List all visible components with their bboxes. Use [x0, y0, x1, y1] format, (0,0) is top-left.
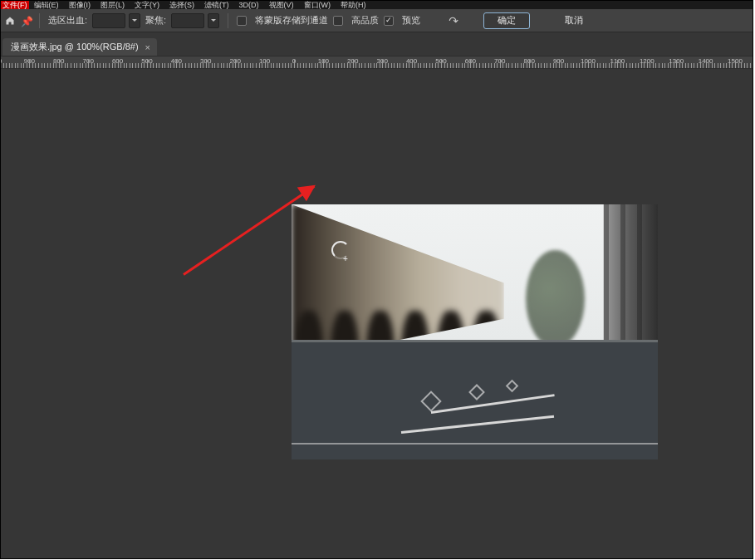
- menu-3d[interactable]: 3D(D): [234, 1, 264, 9]
- bleed-dropdown[interactable]: [129, 13, 140, 28]
- image-canvas[interactable]: +: [292, 204, 658, 459]
- menu-select[interactable]: 选择(S): [164, 1, 199, 9]
- horizontal-ruler: 0900800700600500400300200100010020030040…: [1, 56, 753, 69]
- photo-content: +: [292, 204, 658, 459]
- home-icon[interactable]: [4, 16, 16, 26]
- tab-close-icon[interactable]: ×: [145, 42, 150, 52]
- ok-button[interactable]: 确定: [483, 12, 530, 29]
- document-tab-bar: 漫画效果.jpg @ 100%(RGB/8#) ×: [1, 32, 753, 56]
- menu-filter[interactable]: 滤镜(T): [199, 1, 234, 9]
- preview-checkbox[interactable]: [384, 16, 394, 26]
- high-quality-checkbox[interactable]: [333, 16, 343, 26]
- canvas-area[interactable]: +: [1, 69, 753, 558]
- divider: [39, 13, 40, 28]
- cursor-crosshair-icon: +: [343, 254, 348, 263]
- bleed-label: 选区出血:: [48, 14, 87, 27]
- photoshop-window: 文件(F) 编辑(E) 图像(I) 图层(L) 文字(Y) 选择(S) 滤镜(T…: [0, 0, 753, 559]
- menu-view[interactable]: 视图(V): [264, 1, 299, 9]
- menu-type[interactable]: 文字(Y): [130, 1, 164, 9]
- focus-input[interactable]: [171, 13, 204, 28]
- tab-title: 漫画效果.jpg @ 100%(RGB/8#): [11, 41, 139, 53]
- menu-edit[interactable]: 编辑(E): [29, 1, 64, 9]
- document-tab[interactable]: 漫画效果.jpg @ 100%(RGB/8#) ×: [2, 38, 157, 56]
- focus-label: 聚焦:: [145, 14, 166, 27]
- preview-label: 预览: [402, 14, 420, 27]
- menu-bar: 文件(F) 编辑(E) 图像(I) 图层(L) 文字(Y) 选择(S) 滤镜(T…: [1, 1, 753, 9]
- cancel-button[interactable]: 取消: [552, 12, 596, 29]
- save-alpha-checkbox[interactable]: [237, 16, 247, 26]
- undo-icon[interactable]: ↶: [445, 14, 458, 27]
- high-quality-label: 高品质: [351, 14, 379, 27]
- divider: [228, 13, 228, 28]
- menu-image[interactable]: 图像(I): [64, 1, 96, 9]
- save-alpha-label: 将蒙版存储到通道: [255, 14, 328, 27]
- focus-dropdown[interactable]: [208, 13, 219, 28]
- pin-icon[interactable]: 📌: [21, 16, 31, 26]
- menu-help[interactable]: 帮助(H): [336, 1, 371, 9]
- menu-window[interactable]: 窗口(W): [299, 1, 336, 9]
- menu-file[interactable]: 文件(F): [1, 1, 29, 9]
- tool-options-bar: 📌 选区出血: 聚焦: 将蒙版存储到通道 高品质 预览 ↶ 确定 取消: [1, 9, 753, 32]
- bleed-input[interactable]: [92, 13, 125, 28]
- menu-layer[interactable]: 图层(L): [96, 1, 130, 9]
